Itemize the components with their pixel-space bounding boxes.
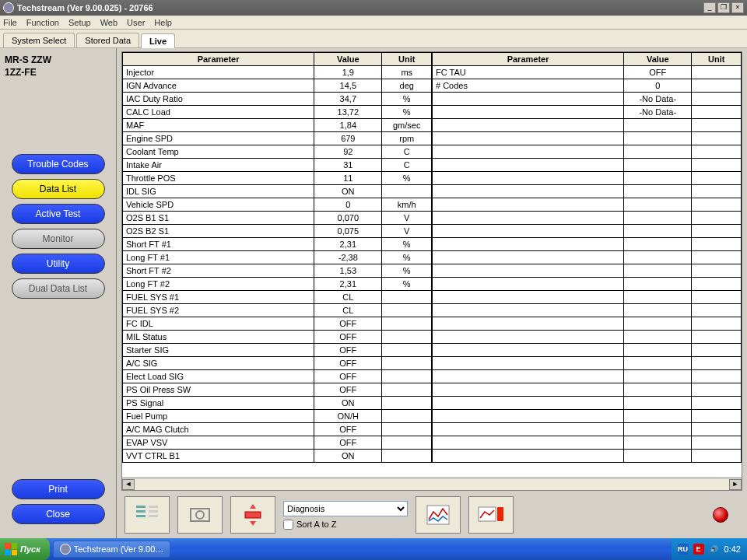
col-unit[interactable]: Unit [692,53,742,66]
table-row[interactable]: IDL SIGON [123,185,432,198]
taskbar-item[interactable]: Techstream (Ver 9.00… [53,541,171,558]
col-parameter[interactable]: Parameter [123,53,314,66]
table-row[interactable]: FUEL SYS #2CL [123,304,432,317]
menu-file[interactable]: File [3,18,17,27]
tray-volume-icon[interactable]: 🔊 [709,544,720,555]
table-row [433,132,742,145]
sort-checkbox-label[interactable]: Sort A to Z [283,520,408,530]
menu-setup[interactable]: Setup [68,18,91,27]
language-indicator[interactable]: RU [678,544,689,555]
tab-live[interactable]: Live [141,33,175,48]
table-row[interactable]: Injector1,9ms [123,66,432,79]
tab-row: System SelectStored DataLive [0,30,747,48]
table-row[interactable]: VVT CTRL B1ON [123,450,432,463]
table-row[interactable]: Long FT #1-2,38% [123,251,432,264]
sort-checkbox[interactable] [283,520,293,530]
sidebar-data-list-button[interactable]: Data List [12,179,105,199]
svg-rect-5 [149,515,158,517]
table-row[interactable]: -No Data- [433,93,742,106]
close-window-button[interactable]: × [731,2,744,13]
table-row [433,212,742,225]
table-row[interactable]: Fuel PumpON/H [123,410,432,423]
table-row[interactable]: Intake Air31C [123,159,432,172]
table-row [433,145,742,159]
table-row[interactable]: Short FT #12,31% [123,238,432,251]
sidebar-monitor-button[interactable]: Monitor [12,229,105,249]
table-row[interactable]: Throttle POS11% [123,172,432,185]
table-row[interactable]: Starter SIGOFF [123,344,432,357]
tab-stored-data[interactable]: Stored Data [76,33,139,47]
table-row[interactable]: A/C SIGOFF [123,357,432,370]
content-area: Parameter Value Unit Injector1,9msIGN Ad… [117,48,747,538]
menu-web[interactable]: Web [100,18,117,27]
svg-rect-11 [497,507,503,521]
app-icon [3,2,14,13]
table-row[interactable]: IGN Advance14,5deg [123,79,432,93]
table-row[interactable]: EVAP VSVOFF [123,436,432,450]
table-row[interactable]: O2S B2 S10,075V [123,225,432,238]
svg-point-7 [196,511,204,519]
scroll-left-icon[interactable]: ◄ [122,479,135,490]
table-row[interactable]: MIL StatusOFF [123,331,432,344]
col-unit[interactable]: Unit [382,53,432,66]
table-row[interactable]: MAF1,84gm/sec [123,119,432,132]
horizontal-scrollbar[interactable]: ◄ ► [121,478,742,491]
col-parameter[interactable]: Parameter [433,53,624,66]
data-table-left: Parameter Value Unit Injector1,9msIGN Ad… [122,52,432,463]
svg-rect-2 [136,515,146,517]
sidebar-active-test-button[interactable]: Active Test [12,204,105,224]
minimize-button[interactable]: _ [703,2,716,13]
table-row [433,119,742,132]
col-value[interactable]: Value [624,53,692,66]
start-button[interactable]: Пуск [0,538,50,560]
graph2-button[interactable] [468,496,514,534]
table-row[interactable]: Vehicle SPD0km/h [123,198,432,212]
sidebar-utility-button[interactable]: Utility [12,254,105,274]
table-row [433,383,742,397]
table-row[interactable]: FC IDLOFF [123,317,432,331]
table-row[interactable]: Coolant Temp92C [123,145,432,159]
restore-button[interactable]: ❐ [717,2,730,13]
system-tray: RU E 🔊 0:42 [672,538,747,560]
tray-icon[interactable]: E [693,544,704,555]
close-button[interactable]: Close [12,504,105,524]
svg-rect-1 [136,510,146,513]
print-button[interactable]: Print [12,479,105,499]
table-row [433,291,742,304]
menubar: FileFunctionSetupWebUserHelp [0,16,747,30]
table-row[interactable]: Engine SPD679rpm [123,132,432,145]
table-row[interactable]: A/C MAG ClutchOFF [123,423,432,436]
table-row[interactable]: -No Data- [433,106,742,119]
menu-user[interactable]: User [127,18,145,27]
sidebar-trouble-codes-button[interactable]: Trouble Codes [12,154,105,174]
bottom-toolbar: Diagnosis Sort A to Z [121,493,742,537]
tab-system-select[interactable]: System Select [3,33,75,47]
vehicle-line1: MR-S ZZW [5,54,111,65]
diagnosis-select[interactable]: Diagnosis [283,501,408,516]
clock[interactable]: 0:42 [724,544,741,554]
table-row[interactable]: Short FT #21,53% [123,264,432,278]
col-value[interactable]: Value [314,53,382,66]
table-row[interactable]: PS SignalON [123,397,432,410]
taskbar: Пуск Techstream (Ver 9.00… RU E 🔊 0:42 [0,538,747,560]
expand-button[interactable] [230,496,275,534]
table-row[interactable]: Long FT #22,31% [123,278,432,291]
graph1-button[interactable] [416,496,461,534]
table-row [433,185,742,198]
table-row[interactable]: # Codes0 [433,79,742,93]
snapshot-button[interactable] [177,496,223,534]
table-row[interactable]: IAC Duty Ratio34,7% [123,93,432,106]
scroll-right-icon[interactable]: ► [729,479,742,490]
table-row[interactable]: FC TAUOFF [433,66,742,79]
table-row[interactable]: PS Oil Press SWOFF [123,383,432,397]
table-row[interactable]: CALC Load13,72% [123,106,432,119]
record-indicator-icon[interactable] [713,507,728,523]
table-row[interactable]: Elect Load SIGOFF [123,370,432,383]
list-view-button[interactable] [124,496,170,534]
table-row[interactable]: FUEL SYS #1CL [123,291,432,304]
menu-function[interactable]: Function [26,18,59,27]
table-row[interactable]: O2S B1 S10,070V [123,212,432,225]
table-row [433,264,742,278]
sidebar-dual-data-list-button[interactable]: Dual Data List [12,278,105,299]
menu-help[interactable]: Help [154,18,172,27]
